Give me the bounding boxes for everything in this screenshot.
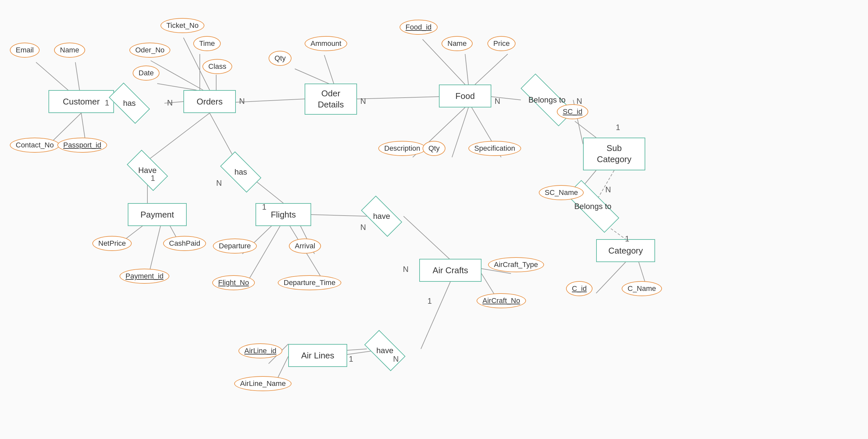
entity-customer: Customer <box>49 90 114 113</box>
cardinal-nf: N <box>216 179 222 188</box>
svg-line-17 <box>475 54 508 85</box>
cardinal-na: N <box>167 98 173 107</box>
cardinal-1f: 1 <box>616 123 620 132</box>
entity-aircrafts: Air Crafts <box>419 259 482 282</box>
svg-line-44 <box>421 282 451 349</box>
attr-food-id: Food_id <box>400 20 438 35</box>
attr-name-food: Name <box>441 36 473 51</box>
attr-sc-id: SC_id <box>557 104 588 119</box>
rel-belongsto2: Belongs to <box>567 196 619 216</box>
cardinal-nb: N <box>239 97 245 106</box>
attr-qty2: Qty <box>423 141 445 156</box>
cardinal-1b: 1 <box>151 174 155 183</box>
svg-line-27 <box>596 262 626 293</box>
attr-name-customer: Name <box>54 42 85 58</box>
svg-line-40 <box>311 215 367 216</box>
attr-contact-no: Contact_No <box>10 137 60 153</box>
attr-oder-no: Oder_No <box>129 42 170 58</box>
attr-aircraft-type: AirCraft_Type <box>488 257 544 272</box>
svg-line-11 <box>236 99 305 102</box>
rel-have1: Have <box>129 160 165 180</box>
attr-date: Date <box>133 65 159 81</box>
attr-email: Email <box>10 42 40 58</box>
entity-payment: Payment <box>128 203 187 226</box>
attr-c-id: C_id <box>566 281 592 296</box>
attr-ammount: Ammount <box>305 36 347 51</box>
cardinal-1c: 1 <box>262 202 266 212</box>
svg-line-29 <box>147 113 210 160</box>
cardinal-1e: 1 <box>349 354 353 364</box>
svg-line-9 <box>157 84 196 90</box>
attr-airline-id: AirLine_id <box>239 343 282 358</box>
attr-c-name: C_Name <box>622 281 662 296</box>
rel-has2: has <box>223 162 259 182</box>
entity-airlines: Air Lines <box>288 344 347 367</box>
attr-departure: Departure <box>213 239 257 254</box>
svg-line-23 <box>575 121 596 137</box>
attr-aircraft-no: AirCraft_No <box>476 293 526 308</box>
rel-have2: have <box>364 207 400 226</box>
attr-time: Time <box>193 36 221 51</box>
cardinal-1a: 1 <box>105 98 109 107</box>
svg-line-12 <box>295 69 331 85</box>
svg-line-14 <box>357 97 439 99</box>
attr-departure-time: Departure_Time <box>278 275 341 290</box>
attr-description: Description <box>378 141 426 156</box>
attr-specification: Specification <box>468 141 521 156</box>
cardinal-nh: N <box>403 265 408 274</box>
attr-qty1: Qty <box>269 51 291 66</box>
attr-flight-no: Flight_No <box>212 275 255 290</box>
entity-food: Food <box>439 85 491 107</box>
entity-subcategory: SubCategory <box>583 137 645 170</box>
svg-line-16 <box>465 54 468 85</box>
attr-airline-name: AirLine_Name <box>234 376 291 391</box>
svg-line-19 <box>452 107 468 157</box>
attr-passport-id: Passport_id <box>57 137 107 153</box>
entity-orders: Orders <box>183 90 236 113</box>
attr-cashpaid: CashPaid <box>163 236 206 251</box>
attr-payment-id: Payment_id <box>120 269 169 284</box>
cardinal-ni: N <box>393 354 399 364</box>
attr-sc-name: SC_Name <box>539 185 584 200</box>
cardinal-nc: N <box>360 97 366 106</box>
cardinal-nj: N <box>605 185 611 194</box>
cardinal-ne: N <box>577 97 582 106</box>
entity-orderdetails: OderDetails <box>305 84 357 115</box>
cardinal-1d: 1 <box>428 296 432 306</box>
cardinal-1g: 1 <box>625 234 629 243</box>
attr-ticket-no: Ticket_No <box>160 18 205 33</box>
attr-netprice: NetPrice <box>92 236 132 251</box>
attr-arrival: Arrival <box>289 239 321 254</box>
rel-has1: has <box>112 93 147 113</box>
cardinal-nd: N <box>495 97 500 106</box>
attr-price: Price <box>487 36 516 51</box>
cardinal-ng: N <box>360 223 366 232</box>
svg-line-41 <box>404 216 451 260</box>
attr-class: Class <box>203 59 232 74</box>
svg-line-13 <box>324 55 334 85</box>
er-diagram: Customer Orders OderDetails Food Payment… <box>0 0 868 439</box>
